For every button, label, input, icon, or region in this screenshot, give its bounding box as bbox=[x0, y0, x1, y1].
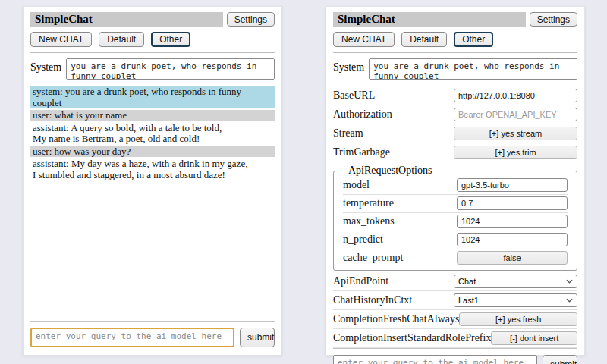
setting-label: model bbox=[343, 179, 370, 191]
setting-label: n_predict bbox=[343, 234, 383, 246]
settings-list: BaseURL Authorization Stream [+] yes str… bbox=[333, 86, 577, 348]
setting-row-stream: Stream [+] yes stream bbox=[333, 124, 577, 143]
message-line: system: you are a drunk poet, who respon… bbox=[33, 86, 272, 108]
empty-space bbox=[30, 182, 275, 321]
n-predict-input[interactable] bbox=[457, 233, 568, 246]
session-button-default[interactable]: Default bbox=[401, 32, 447, 47]
setting-row-max-tokens: max_tokens bbox=[343, 213, 568, 231]
completion-fresh-chat-toggle-button[interactable]: [+] yes fresh bbox=[459, 312, 577, 326]
setting-row-api-endpoint: ApiEndPoint Chat bbox=[333, 272, 577, 291]
setting-row-trimgarbage: TrimGarbage [+] yes trim bbox=[333, 143, 577, 162]
system-prompt-row: System you are a drunk poet, who respond… bbox=[30, 58, 275, 80]
system-prompt-input[interactable]: you are a drunk poet, who responds in fu… bbox=[369, 58, 577, 80]
setting-row-model: model bbox=[343, 177, 568, 195]
baseurl-input[interactable] bbox=[454, 89, 577, 102]
completion-insert-role-prefix-toggle-button[interactable]: [-] dont insert bbox=[491, 331, 577, 345]
fieldset-legend: ApiRequestOptions bbox=[344, 165, 436, 177]
setting-label: ApiEndPoint bbox=[333, 275, 388, 287]
selected-option: Last1 bbox=[458, 296, 479, 305]
setting-label: ChatHistoryInCtxt bbox=[333, 294, 412, 306]
session-button-other[interactable]: Other bbox=[454, 32, 493, 47]
setting-label: TrimGarbage bbox=[333, 146, 390, 158]
app-title: SimpleChat bbox=[30, 12, 223, 27]
setting-label: Stream bbox=[333, 127, 363, 140]
api-request-options-fieldset: ApiRequestOptions model temperature max_… bbox=[333, 165, 577, 271]
max-tokens-input[interactable] bbox=[457, 215, 568, 228]
setting-label: BaseURL bbox=[333, 89, 375, 102]
message-line: I stumbled and staggered, in a most absu… bbox=[33, 170, 272, 181]
divider bbox=[30, 52, 275, 53]
chevron-down-icon bbox=[566, 279, 573, 284]
system-label: System bbox=[30, 58, 61, 74]
query-input-row: submit bbox=[30, 328, 275, 347]
message-line: My name is Bertram, a poet, old and cold… bbox=[33, 133, 272, 145]
system-label: System bbox=[333, 58, 364, 74]
settings-button[interactable]: Settings bbox=[530, 12, 577, 27]
authorization-input[interactable] bbox=[454, 108, 577, 121]
system-prompt-row: System you are a drunk poet, who respond… bbox=[333, 58, 577, 80]
setting-row-n-predict: n_predict bbox=[343, 231, 568, 249]
session-button-other[interactable]: Other bbox=[151, 32, 190, 47]
setting-row-completion-insert-standard-role-prefix: CompletionInsertStandardRolePrefix [-] d… bbox=[333, 329, 577, 348]
chat-history-in-ctxt-select[interactable]: Last1 bbox=[454, 293, 577, 307]
submit-button[interactable]: submit bbox=[543, 355, 577, 364]
query-input-row: submit bbox=[333, 355, 577, 364]
session-buttons: New CHAT Default Other bbox=[333, 32, 577, 47]
setting-row-authorization: Authorization bbox=[333, 105, 577, 124]
trimgarbage-toggle-button[interactable]: [+] yes trim bbox=[454, 146, 577, 159]
model-input[interactable] bbox=[457, 178, 568, 192]
chat-message-assistant: assistant: A query so bold, with a tale … bbox=[30, 123, 275, 145]
message-line: assistant: A query so bold, with a tale … bbox=[33, 123, 272, 134]
settings-button[interactable]: Settings bbox=[227, 12, 275, 27]
setting-label: Authorization bbox=[333, 108, 392, 121]
setting-row-chat-history-in-ctxt: ChatHistoryInCtxt Last1 bbox=[333, 291, 577, 310]
selected-option: Chat bbox=[458, 277, 476, 286]
setting-row-cache-prompt: cache_prompt false bbox=[343, 249, 568, 267]
stream-toggle-button[interactable]: [+] yes stream bbox=[454, 127, 577, 140]
submit-button[interactable]: submit bbox=[240, 328, 275, 347]
setting-label: CompletionFreshChatAlways bbox=[333, 313, 459, 325]
session-buttons: New CHAT Default Other bbox=[30, 32, 275, 47]
header: SimpleChat Settings bbox=[30, 12, 275, 27]
chat-message-user: user: how was your day? bbox=[30, 146, 275, 158]
query-input[interactable] bbox=[333, 355, 537, 364]
cache-prompt-toggle-button[interactable]: false bbox=[457, 251, 568, 265]
new-chat-button[interactable]: New CHAT bbox=[333, 32, 395, 47]
setting-label: CompletionInsertStandardRolePrefix bbox=[333, 332, 491, 344]
message-line: assistant: My day was a haze, with a dri… bbox=[33, 158, 272, 170]
divider bbox=[30, 321, 275, 322]
divider bbox=[333, 52, 577, 53]
app-title: SimpleChat bbox=[333, 12, 526, 27]
api-endpoint-select[interactable]: Chat bbox=[454, 275, 577, 288]
setting-row-temperature: temperature bbox=[343, 195, 568, 213]
session-button-default[interactable]: Default bbox=[99, 32, 144, 47]
chat-messages: system: you are a drunk poet, who respon… bbox=[30, 86, 275, 182]
chat-message-assistant: assistant: My day was a haze, with a dri… bbox=[30, 158, 275, 180]
query-input[interactable] bbox=[30, 328, 234, 347]
message-line: user: what is your name bbox=[33, 110, 272, 121]
settings-panel: SimpleChat Settings New CHAT Default Oth… bbox=[326, 6, 585, 356]
setting-label: cache_prompt bbox=[343, 252, 403, 264]
chat-message-system: system: you are a drunk poet, who respon… bbox=[30, 86, 275, 108]
temperature-input[interactable] bbox=[457, 196, 568, 210]
chat-panel: SimpleChat Settings New CHAT Default Oth… bbox=[23, 6, 282, 356]
system-prompt-input[interactable]: you are a drunk poet, who responds in fu… bbox=[66, 58, 275, 80]
new-chat-button[interactable]: New CHAT bbox=[30, 32, 92, 47]
chevron-down-icon bbox=[566, 298, 573, 303]
setting-row-baseurl: BaseURL bbox=[333, 86, 577, 105]
setting-row-completion-fresh-chat-always: CompletionFreshChatAlways [+] yes fresh bbox=[333, 310, 577, 329]
setting-label: temperature bbox=[343, 197, 394, 209]
divider bbox=[333, 348, 577, 349]
message-line: user: how was your day? bbox=[33, 146, 272, 158]
chat-message-user: user: what is your name bbox=[30, 110, 275, 121]
setting-label: max_tokens bbox=[343, 215, 395, 228]
header: SimpleChat Settings bbox=[333, 12, 577, 27]
